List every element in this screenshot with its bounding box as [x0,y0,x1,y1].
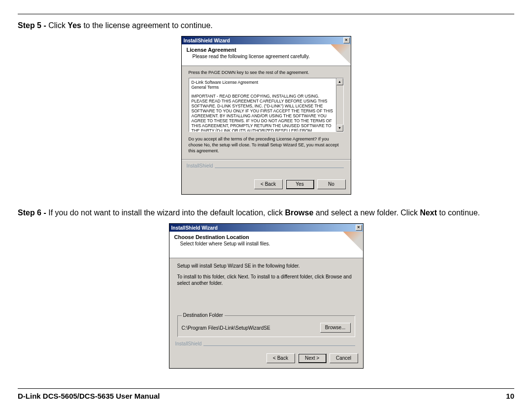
manual-title: D-Link DCS-5605/DCS-5635 User Manual [18,392,160,400]
step5-label: Step 5 - [18,21,48,30]
back-button[interactable]: < Back [254,179,283,189]
scroll-up-icon[interactable]: ▲ [336,78,343,85]
page-number: 10 [506,392,514,400]
brand-label: InstallShield [175,341,202,346]
destination-folder-group: Destination Folder C:\Program Files\D-Li… [177,315,355,337]
top-rule [18,14,514,14]
window-title: InstallShield Wizard [171,225,218,231]
pagedown-hint: Press the PAGE DOWN key to see the rest … [189,70,344,75]
banner-subtitle: Please read the following license agreem… [193,54,346,59]
dialog-banner: License Agreement Please read the follow… [182,44,351,66]
step6-text: Step 6 - If you do not want to install t… [18,208,514,217]
titlebar[interactable]: InstallShield Wizard × [182,36,351,44]
next-button[interactable]: Next > [298,353,327,363]
dialog-banner: Choose Destination Location Select folde… [169,232,363,258]
destination-dialog: InstallShield Wizard × Choose Destinatio… [169,223,364,369]
cancel-button[interactable]: Cancel [330,353,358,363]
install-path: C:\Program Files\D-Link\SetupWizardSE [182,325,270,331]
license-dialog: InstallShield Wizard × License Agreement… [181,36,351,195]
accept-question: Do you accept all the terms of the prece… [189,136,344,154]
yes-button[interactable]: Yes [286,179,314,189]
no-button[interactable]: No [317,179,346,189]
banner-title: License Agreement [187,47,346,53]
scroll-down-icon[interactable]: ▼ [336,125,343,132]
eula-textbox[interactable]: D-Link Software License Agreement Genera… [189,78,344,132]
install-line1: Setup will install Setup Wizard SE in th… [177,263,355,269]
back-button[interactable]: < Back [266,353,295,363]
page-footer: D-Link DCS-5605/DCS-5635 User Manual 10 [18,388,514,400]
install-line2: To install to this folder, click Next. T… [177,274,355,286]
brand-label: InstallShield [187,163,213,169]
scrollbar[interactable]: ▲ ▼ [336,78,343,132]
close-icon[interactable]: × [356,225,362,231]
step5-text: Step 5 - Click Yes to the license agreem… [18,21,514,30]
close-icon[interactable]: × [343,37,350,43]
browse-button[interactable]: Browse... [320,323,351,333]
group-legend: Destination Folder [182,312,225,318]
step6-label: Step 6 - [18,208,48,217]
window-title: InstallShield Wizard [184,38,230,43]
banner-title: Choose Destination Location [174,234,358,240]
banner-subtitle: Select folder where Setup will install f… [180,241,358,246]
titlebar[interactable]: InstallShield Wizard × [169,224,363,232]
